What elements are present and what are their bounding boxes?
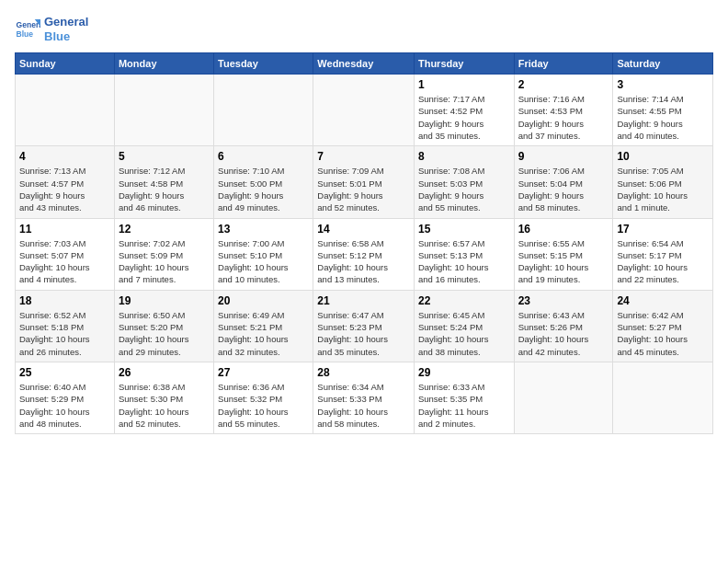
day-info: Sunrise: 7:06 AM Sunset: 5:04 PM Dayligh… [518, 165, 609, 213]
calendar-cell: 10Sunrise: 7:05 AM Sunset: 5:06 PM Dayli… [613, 146, 713, 218]
calendar-cell: 4Sunrise: 7:13 AM Sunset: 4:57 PM Daylig… [16, 146, 115, 218]
day-info: Sunrise: 7:08 AM Sunset: 5:03 PM Dayligh… [418, 165, 510, 213]
calendar-table: SundayMondayTuesdayWednesdayThursdayFrid… [15, 52, 713, 434]
day-info: Sunrise: 6:43 AM Sunset: 5:26 PM Dayligh… [518, 309, 609, 358]
day-number: 13 [218, 223, 309, 236]
day-info: Sunrise: 6:49 AM Sunset: 5:21 PM Dayligh… [218, 309, 309, 358]
day-number: 8 [418, 150, 510, 163]
day-info: Sunrise: 7:14 AM Sunset: 4:55 PM Dayligh… [617, 93, 709, 142]
weekday-header-thursday: Thursday [414, 53, 514, 75]
day-number: 29 [418, 366, 510, 379]
svg-text:Blue: Blue [17, 29, 34, 38]
calendar-cell: 17Sunrise: 6:54 AM Sunset: 5:17 PM Dayli… [613, 218, 713, 290]
day-number: 26 [119, 366, 210, 379]
calendar-week-4: 18Sunrise: 6:52 AM Sunset: 5:18 PM Dayli… [16, 290, 713, 362]
day-number: 4 [19, 150, 110, 163]
day-number: 5 [119, 150, 210, 163]
weekday-header-sunday: Sunday [16, 53, 115, 75]
day-info: Sunrise: 7:17 AM Sunset: 4:52 PM Dayligh… [418, 93, 510, 142]
day-info: Sunrise: 7:00 AM Sunset: 5:10 PM Dayligh… [218, 237, 309, 286]
day-number: 28 [317, 366, 410, 379]
day-info: Sunrise: 6:36 AM Sunset: 5:32 PM Dayligh… [218, 381, 309, 430]
calendar-cell [214, 75, 313, 146]
calendar-cell: 6Sunrise: 7:10 AM Sunset: 5:00 PM Daylig… [214, 146, 313, 218]
day-number: 20 [218, 294, 309, 307]
calendar-cell: 9Sunrise: 7:06 AM Sunset: 5:04 PM Daylig… [514, 146, 613, 218]
calendar-cell: 5Sunrise: 7:12 AM Sunset: 4:58 PM Daylig… [114, 146, 213, 218]
day-info: Sunrise: 6:57 AM Sunset: 5:13 PM Dayligh… [418, 237, 510, 286]
day-info: Sunrise: 7:09 AM Sunset: 5:01 PM Dayligh… [317, 165, 410, 213]
logo: General Blue GeneralBlue [15, 15, 88, 43]
day-number: 10 [617, 150, 709, 163]
calendar-cell: 23Sunrise: 6:43 AM Sunset: 5:26 PM Dayli… [514, 290, 613, 362]
calendar-cell: 20Sunrise: 6:49 AM Sunset: 5:21 PM Dayli… [214, 290, 313, 362]
calendar-cell [114, 75, 213, 146]
weekday-header-monday: Monday [114, 53, 213, 75]
weekday-header-saturday: Saturday [613, 53, 713, 75]
day-info: Sunrise: 6:47 AM Sunset: 5:23 PM Dayligh… [317, 309, 410, 358]
day-info: Sunrise: 7:02 AM Sunset: 5:09 PM Dayligh… [119, 237, 210, 286]
day-number: 17 [617, 223, 709, 236]
calendar-cell: 14Sunrise: 6:58 AM Sunset: 5:12 PM Dayli… [313, 218, 415, 290]
calendar-cell: 11Sunrise: 7:03 AM Sunset: 5:07 PM Dayli… [16, 218, 115, 290]
day-number: 21 [317, 294, 410, 307]
day-number: 7 [317, 150, 410, 163]
day-number: 24 [617, 294, 709, 307]
day-info: Sunrise: 7:12 AM Sunset: 4:58 PM Dayligh… [119, 165, 210, 213]
day-info: Sunrise: 6:42 AM Sunset: 5:27 PM Dayligh… [617, 309, 709, 358]
page-header: General Blue GeneralBlue [15, 15, 713, 43]
day-info: Sunrise: 7:13 AM Sunset: 4:57 PM Dayligh… [19, 165, 110, 213]
calendar-cell: 28Sunrise: 6:34 AM Sunset: 5:33 PM Dayli… [313, 362, 415, 433]
day-number: 14 [317, 223, 410, 236]
calendar-cell [16, 75, 115, 146]
calendar-cell: 13Sunrise: 7:00 AM Sunset: 5:10 PM Dayli… [214, 218, 313, 290]
day-number: 15 [418, 223, 510, 236]
weekday-header-row: SundayMondayTuesdayWednesdayThursdayFrid… [16, 53, 713, 75]
day-info: Sunrise: 6:34 AM Sunset: 5:33 PM Dayligh… [317, 381, 410, 430]
calendar-week-1: 1Sunrise: 7:17 AM Sunset: 4:52 PM Daylig… [16, 75, 713, 146]
calendar-week-5: 25Sunrise: 6:40 AM Sunset: 5:29 PM Dayli… [16, 362, 713, 433]
day-number: 11 [19, 223, 110, 236]
logo-icon: General Blue [15, 17, 40, 42]
calendar-cell: 27Sunrise: 6:36 AM Sunset: 5:32 PM Dayli… [214, 362, 313, 433]
day-info: Sunrise: 7:05 AM Sunset: 5:06 PM Dayligh… [617, 165, 709, 213]
calendar-cell: 29Sunrise: 6:33 AM Sunset: 5:35 PM Dayli… [414, 362, 514, 433]
day-number: 9 [518, 150, 609, 163]
calendar-cell [613, 362, 713, 433]
calendar-cell: 3Sunrise: 7:14 AM Sunset: 4:55 PM Daylig… [613, 75, 713, 146]
day-info: Sunrise: 6:54 AM Sunset: 5:17 PM Dayligh… [617, 237, 709, 286]
weekday-header-tuesday: Tuesday [214, 53, 313, 75]
calendar-cell: 7Sunrise: 7:09 AM Sunset: 5:01 PM Daylig… [313, 146, 415, 218]
calendar-cell: 1Sunrise: 7:17 AM Sunset: 4:52 PM Daylig… [414, 75, 514, 146]
day-info: Sunrise: 6:50 AM Sunset: 5:20 PM Dayligh… [119, 309, 210, 358]
calendar-week-3: 11Sunrise: 7:03 AM Sunset: 5:07 PM Dayli… [16, 218, 713, 290]
calendar-cell: 8Sunrise: 7:08 AM Sunset: 5:03 PM Daylig… [414, 146, 514, 218]
calendar-cell: 19Sunrise: 6:50 AM Sunset: 5:20 PM Dayli… [114, 290, 213, 362]
day-info: Sunrise: 6:38 AM Sunset: 5:30 PM Dayligh… [119, 381, 210, 430]
calendar-cell: 26Sunrise: 6:38 AM Sunset: 5:30 PM Dayli… [114, 362, 213, 433]
day-number: 22 [418, 294, 510, 307]
day-number: 27 [218, 366, 309, 379]
day-number: 19 [119, 294, 210, 307]
day-number: 23 [518, 294, 609, 307]
calendar-cell [313, 75, 415, 146]
calendar-cell: 22Sunrise: 6:45 AM Sunset: 5:24 PM Dayli… [414, 290, 514, 362]
logo-text: GeneralBlue [44, 15, 88, 43]
svg-text:General: General [17, 20, 40, 29]
day-info: Sunrise: 6:52 AM Sunset: 5:18 PM Dayligh… [19, 309, 110, 358]
day-info: Sunrise: 6:58 AM Sunset: 5:12 PM Dayligh… [317, 237, 410, 286]
calendar-cell: 25Sunrise: 6:40 AM Sunset: 5:29 PM Dayli… [16, 362, 115, 433]
calendar-cell: 15Sunrise: 6:57 AM Sunset: 5:13 PM Dayli… [414, 218, 514, 290]
calendar-cell: 12Sunrise: 7:02 AM Sunset: 5:09 PM Dayli… [114, 218, 213, 290]
day-number: 3 [617, 78, 709, 91]
calendar-cell: 2Sunrise: 7:16 AM Sunset: 4:53 PM Daylig… [514, 75, 613, 146]
day-number: 2 [518, 78, 609, 91]
calendar-cell [514, 362, 613, 433]
calendar-cell: 16Sunrise: 6:55 AM Sunset: 5:15 PM Dayli… [514, 218, 613, 290]
day-info: Sunrise: 7:16 AM Sunset: 4:53 PM Dayligh… [518, 93, 609, 142]
day-number: 1 [418, 78, 510, 91]
day-number: 25 [19, 366, 110, 379]
day-number: 16 [518, 223, 609, 236]
calendar-cell: 21Sunrise: 6:47 AM Sunset: 5:23 PM Dayli… [313, 290, 415, 362]
day-info: Sunrise: 6:45 AM Sunset: 5:24 PM Dayligh… [418, 309, 510, 358]
